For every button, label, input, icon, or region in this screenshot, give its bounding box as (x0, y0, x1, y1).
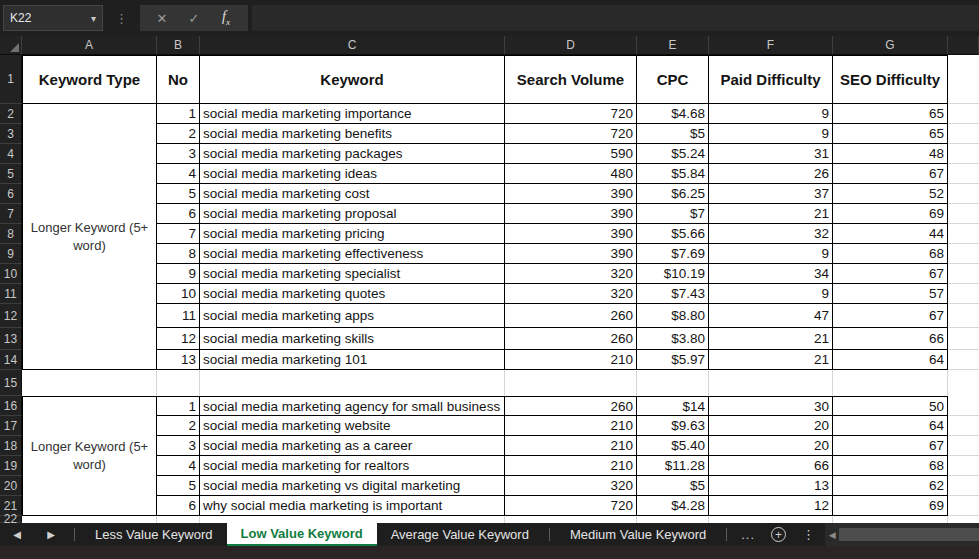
table-header-cell[interactable]: Keyword (200, 55, 505, 104)
cpc-cell[interactable]: $7.43 (637, 284, 709, 304)
column-header-A[interactable]: A (22, 36, 157, 55)
insert-function-icon[interactable]: fx (210, 9, 242, 27)
paid-difficulty-cell[interactable]: 32 (709, 224, 833, 244)
row-header-17[interactable]: 17 (0, 416, 22, 436)
no-cell[interactable]: 2 (157, 124, 200, 144)
cpc-cell[interactable]: $10.19 (637, 264, 709, 284)
row-header-12[interactable]: 12 (0, 304, 22, 328)
keyword-cell[interactable]: social media marketing effectiveness (200, 244, 505, 264)
table-header-cell[interactable]: No (157, 55, 200, 104)
no-cell[interactable]: 5 (157, 476, 200, 496)
no-cell[interactable]: 12 (157, 328, 200, 350)
row-header-20[interactable]: 20 (0, 476, 22, 496)
keyword-cell[interactable]: why social media marketing is important (200, 496, 505, 516)
column-header-C[interactable]: C (200, 36, 505, 55)
seo-difficulty-cell[interactable]: 62 (833, 476, 948, 496)
no-cell[interactable]: 4 (157, 164, 200, 184)
empty-cell[interactable] (709, 516, 833, 523)
keyword-cell[interactable]: social media marketing as a career (200, 436, 505, 456)
seo-difficulty-cell[interactable]: 64 (833, 350, 948, 370)
cpc-cell[interactable]: $4.68 (637, 104, 709, 124)
row-header-3[interactable]: 3 (0, 124, 22, 144)
no-cell[interactable]: 10 (157, 284, 200, 304)
empty-cell[interactable] (948, 328, 979, 350)
column-header-partial[interactable] (948, 36, 979, 55)
row-header-11[interactable]: 11 (0, 284, 22, 304)
table-header-cell[interactable]: Search Volume (505, 55, 637, 104)
sheet-tab-less-value-keyword[interactable]: Less Value Keyword (81, 523, 227, 546)
seo-difficulty-cell[interactable]: 69 (833, 496, 948, 516)
empty-cell[interactable] (200, 516, 505, 523)
more-sheets-icon[interactable]: ⋮ (794, 523, 823, 546)
column-header-D[interactable]: D (505, 36, 637, 55)
empty-cell[interactable] (948, 244, 979, 264)
row-header-16[interactable]: 16 (0, 396, 22, 416)
no-cell[interactable]: 3 (157, 144, 200, 164)
cpc-cell[interactable]: $7.69 (637, 244, 709, 264)
name-box[interactable]: K22 ▾ (3, 5, 103, 31)
search-volume-cell[interactable]: 320 (505, 476, 637, 496)
cpc-cell[interactable]: $5.84 (637, 164, 709, 184)
cpc-cell[interactable]: $11.28 (637, 456, 709, 476)
keyword-cell[interactable]: social media marketing cost (200, 184, 505, 204)
empty-cell[interactable] (157, 516, 200, 523)
keyword-cell[interactable]: social media marketing importance (200, 104, 505, 124)
cpc-cell[interactable]: $5.66 (637, 224, 709, 244)
seo-difficulty-cell[interactable]: 50 (833, 396, 948, 416)
scroll-left-icon[interactable]: ◀ (825, 530, 839, 540)
keyword-cell[interactable]: social media marketing proposal (200, 204, 505, 224)
empty-cell[interactable] (948, 104, 979, 124)
paid-difficulty-cell[interactable]: 21 (709, 350, 833, 370)
empty-cell[interactable] (948, 144, 979, 164)
empty-cell[interactable] (948, 396, 979, 416)
row-header-15[interactable]: 15 (0, 370, 22, 396)
search-volume-cell[interactable]: 720 (505, 496, 637, 516)
keyword-cell[interactable]: social media marketing packages (200, 144, 505, 164)
no-cell[interactable]: 6 (157, 204, 200, 224)
no-cell[interactable]: 8 (157, 244, 200, 264)
seo-difficulty-cell[interactable]: 67 (833, 436, 948, 456)
horizontal-scrollbar[interactable]: ◀ (825, 523, 979, 546)
search-volume-cell[interactable]: 320 (505, 264, 637, 284)
search-volume-cell[interactable]: 260 (505, 328, 637, 350)
empty-cell[interactable] (505, 370, 637, 396)
row-header-4[interactable]: 4 (0, 144, 22, 164)
empty-cell[interactable] (948, 516, 979, 523)
empty-cell[interactable] (200, 370, 505, 396)
no-cell[interactable]: 9 (157, 264, 200, 284)
seo-difficulty-cell[interactable]: 65 (833, 124, 948, 144)
search-volume-cell[interactable]: 260 (505, 396, 637, 416)
column-header-F[interactable]: F (709, 36, 833, 55)
no-cell[interactable]: 4 (157, 456, 200, 476)
paid-difficulty-cell[interactable]: 20 (709, 416, 833, 436)
empty-cell[interactable] (833, 370, 948, 396)
search-volume-cell[interactable]: 390 (505, 224, 637, 244)
paid-difficulty-cell[interactable]: 13 (709, 476, 833, 496)
empty-cell[interactable] (948, 264, 979, 284)
row-header-5[interactable]: 5 (0, 164, 22, 184)
paid-difficulty-cell[interactable]: 20 (709, 436, 833, 456)
no-cell[interactable]: 6 (157, 496, 200, 516)
empty-cell[interactable] (157, 370, 200, 396)
cpc-cell[interactable]: $5.97 (637, 350, 709, 370)
cpc-cell[interactable]: $5 (637, 124, 709, 144)
column-header-E[interactable]: E (637, 36, 709, 55)
sheet-tab-low-value-keyword[interactable]: Low Value Keyword (227, 523, 377, 546)
seo-difficulty-cell[interactable]: 57 (833, 284, 948, 304)
empty-cell[interactable] (709, 370, 833, 396)
seo-difficulty-cell[interactable]: 69 (833, 204, 948, 224)
seo-difficulty-cell[interactable]: 67 (833, 164, 948, 184)
keyword-cell[interactable]: social media marketing pricing (200, 224, 505, 244)
seo-difficulty-cell[interactable]: 48 (833, 144, 948, 164)
seo-difficulty-cell[interactable]: 67 (833, 304, 948, 328)
seo-difficulty-cell[interactable]: 68 (833, 456, 948, 476)
empty-cell[interactable] (948, 204, 979, 224)
row-header-14[interactable]: 14 (0, 350, 22, 370)
keyword-cell[interactable]: social media marketing ideas (200, 164, 505, 184)
table-header-cell[interactable]: Keyword Type (22, 55, 157, 104)
cancel-icon[interactable]: ✕ (146, 11, 178, 26)
search-volume-cell[interactable]: 260 (505, 304, 637, 328)
seo-difficulty-cell[interactable]: 66 (833, 328, 948, 350)
seo-difficulty-cell[interactable]: 52 (833, 184, 948, 204)
paid-difficulty-cell[interactable]: 31 (709, 144, 833, 164)
